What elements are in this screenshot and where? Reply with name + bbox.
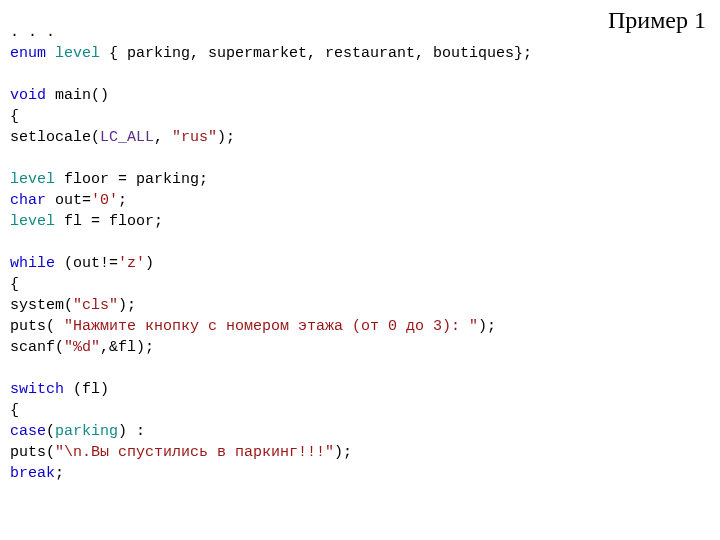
code-line: while (out!='z') — [10, 255, 154, 272]
code-line: level fl = floor; — [10, 213, 163, 230]
string: "%d" — [64, 339, 100, 356]
string: "cls" — [73, 297, 118, 314]
string: "Нажмите кнопку с номером этажа (от 0 до… — [64, 318, 478, 335]
text: out= — [46, 192, 91, 209]
text: ; — [118, 192, 127, 209]
code-line: switch (fl) — [10, 381, 109, 398]
page-title: Пример 1 — [608, 4, 706, 38]
text: ); — [217, 129, 235, 146]
code-line: { — [10, 402, 19, 419]
text: system( — [10, 297, 73, 314]
code-line: { — [10, 108, 19, 125]
keyword: enum — [10, 45, 46, 62]
text: (out!= — [55, 255, 118, 272]
string: 'z' — [118, 255, 145, 272]
code-line: char out='0'; — [10, 192, 127, 209]
type: level — [55, 45, 100, 62]
code-line: setlocale(LC_ALL, "rus"); — [10, 129, 235, 146]
text: ) — [145, 255, 154, 272]
code-line: puts("\n.Вы спустились в паркинг!!!"); — [10, 444, 352, 461]
text: ); — [118, 297, 136, 314]
string: "rus" — [172, 129, 217, 146]
keyword: switch — [10, 381, 64, 398]
macro: LC_ALL — [100, 129, 154, 146]
code-line: enum level { parking, supermarket, resta… — [10, 45, 532, 62]
keyword: case — [10, 423, 46, 440]
code-line: { — [10, 276, 19, 293]
code-line: void main() — [10, 87, 109, 104]
text: ); — [334, 444, 352, 461]
code-line: system("cls"); — [10, 297, 136, 314]
code-line: break; — [10, 465, 64, 482]
type: level — [10, 213, 55, 230]
text: setlocale( — [10, 129, 100, 146]
keyword: void — [10, 87, 46, 104]
code-line: puts( "Нажмите кнопку с номером этажа (о… — [10, 318, 496, 335]
code-line: . . . — [10, 24, 55, 41]
text: (fl) — [64, 381, 109, 398]
text: scanf( — [10, 339, 64, 356]
code-block: . . . enum level { parking, supermarket,… — [10, 22, 710, 484]
type: level — [10, 171, 55, 188]
type: parking — [55, 423, 118, 440]
text: main() — [46, 87, 109, 104]
code-line: case(parking) : — [10, 423, 145, 440]
string: '0' — [91, 192, 118, 209]
keyword: while — [10, 255, 55, 272]
text: puts( — [10, 318, 64, 335]
text: puts( — [10, 444, 55, 461]
text: ); — [478, 318, 496, 335]
text: floor = parking; — [55, 171, 208, 188]
keyword: break — [10, 465, 55, 482]
keyword: char — [10, 192, 46, 209]
text: fl = floor; — [55, 213, 163, 230]
code-line: scanf("%d",&fl); — [10, 339, 154, 356]
code-line: level floor = parking; — [10, 171, 208, 188]
text: { parking, supermarket, restaurant, bout… — [100, 45, 532, 62]
text: ) : — [118, 423, 145, 440]
string: "\n.Вы спустились в паркинг!!!" — [55, 444, 334, 461]
text: ,&fl); — [100, 339, 154, 356]
text: ; — [55, 465, 64, 482]
text: ( — [46, 423, 55, 440]
text: , — [154, 129, 172, 146]
